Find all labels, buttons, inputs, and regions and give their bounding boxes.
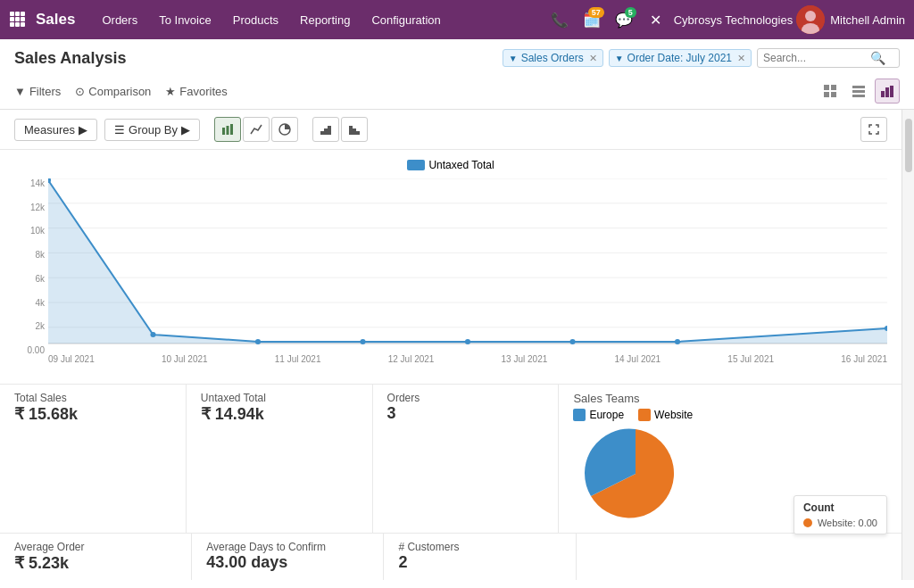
chart-with-labels: 14k 12k 10k 8k 6k 4k 2k 0.00 — [14, 178, 887, 375]
filter-bar: ▼ Sales Orders ✕ ▼ Order Date: July 2021… — [503, 49, 752, 67]
count-item-website: Website: 0.00 — [803, 518, 877, 528]
pivot-view-icon[interactable] — [818, 79, 843, 104]
scrollbar[interactable] — [902, 110, 914, 580]
svg-rect-7 — [15, 22, 20, 27]
filters-button[interactable]: ▼ Filters — [14, 85, 61, 98]
calendar-icon[interactable]: 🗓️ 57 — [577, 5, 606, 34]
grid-icon[interactable] — [9, 11, 25, 29]
nav-configuration[interactable]: Configuration — [362, 10, 449, 30]
content-area: Measures ▶ ☰ Group By ▶ — [0, 110, 902, 580]
svg-point-41 — [150, 332, 155, 337]
comparison-label: Comparison — [88, 85, 151, 98]
svg-rect-31 — [356, 131, 360, 135]
customers-value: 2 — [398, 553, 561, 572]
sort-buttons — [312, 117, 368, 142]
customers-label: # Customers — [398, 541, 561, 553]
svg-rect-16 — [852, 86, 865, 88]
nav-orders[interactable]: Orders — [93, 10, 146, 30]
close-icon[interactable]: ✕ — [642, 5, 670, 34]
comparison-button[interactable]: ⊙ Comparison — [75, 85, 151, 98]
stats-row-1: Total Sales ₹ 15.68k Untaxed Total ₹ 14.… — [0, 385, 902, 534]
svg-point-45 — [569, 339, 575, 344]
stat-avg-days: Average Days to Confirm 43.00 days — [192, 534, 384, 580]
y-label-2k: 2k — [14, 321, 45, 331]
sort-desc-button[interactable] — [341, 117, 368, 142]
remove-filter1-button[interactable]: ✕ — [589, 53, 597, 64]
bar-chart-button[interactable] — [214, 117, 241, 142]
svg-rect-20 — [885, 87, 889, 97]
x-axis-labels: 09 Jul 2021 10 Jul 2021 11 Jul 2021 12 J… — [48, 352, 887, 364]
user-area[interactable]: Mitchell Admin — [796, 5, 905, 34]
pie-chart-button[interactable] — [271, 117, 298, 142]
legend-label-untaxed: Untaxed Total — [428, 159, 494, 171]
y-label-0: 0.00 — [14, 345, 45, 355]
view-icons — [818, 79, 900, 104]
chart-type-buttons — [214, 117, 298, 142]
y-label-6k: 6k — [14, 274, 45, 284]
nav-to-invoice[interactable]: To Invoice — [150, 10, 220, 30]
legend-color-untaxed — [407, 160, 425, 170]
chart-svg-container: 09 Jul 2021 10 Jul 2021 11 Jul 2021 12 J… — [48, 178, 887, 375]
stat-orders: Orders 3 — [373, 385, 560, 533]
pie-legend: Europe Website — [573, 409, 887, 421]
group-by-button[interactable]: ☰ Group By ▶ — [104, 119, 200, 141]
nav-products[interactable]: Products — [224, 10, 287, 30]
avg-order-value: ₹ 5.23k — [14, 553, 177, 573]
x-label-10jul: 10 Jul 2021 — [162, 354, 208, 364]
calendar-badge: 57 — [588, 7, 604, 18]
orders-label: Orders — [387, 392, 544, 404]
sort-asc-button[interactable] — [312, 117, 339, 142]
search-icon[interactable]: 🔍 — [870, 51, 885, 65]
svg-rect-28 — [328, 126, 331, 135]
svg-rect-14 — [824, 92, 829, 97]
sales-teams-section: Sales Teams Europe Website — [559, 385, 902, 533]
website-color — [638, 409, 651, 421]
user-name: Mitchell Admin — [830, 13, 905, 27]
comparison-icon: ⊙ — [75, 85, 85, 98]
y-label-8k: 8k — [14, 250, 45, 260]
graph-view-icon[interactable] — [875, 79, 900, 104]
count-tooltip: Count Website: 0.00 — [794, 495, 887, 534]
avg-days-value: 43.00 days — [206, 553, 369, 572]
svg-rect-15 — [831, 92, 836, 97]
x-label-11jul: 11 Jul 2021 — [275, 354, 321, 364]
untaxed-total-value: ₹ 14.94k — [201, 404, 358, 424]
website-label: Website — [654, 409, 693, 421]
line-chart-button[interactable] — [243, 117, 270, 142]
toolbar: Measures ▶ ☰ Group By ▶ — [0, 110, 902, 150]
y-axis-labels: 14k 12k 10k 8k 6k 4k 2k 0.00 — [14, 178, 48, 375]
scrollbar-thumb[interactable] — [905, 119, 912, 172]
measures-chevron-icon: ▶ — [79, 123, 87, 137]
svg-rect-21 — [890, 86, 893, 97]
x-label-15jul: 15 Jul 2021 — [727, 354, 774, 364]
search-box[interactable]: 🔍 — [757, 48, 900, 68]
y-label-14k: 14k — [14, 178, 45, 188]
expand-button[interactable] — [860, 117, 887, 142]
svg-rect-1 — [15, 12, 20, 16]
stat-spacer — [577, 534, 902, 580]
remove-filter2-button[interactable]: ✕ — [737, 53, 745, 64]
x-label-12jul: 12 Jul 2021 — [388, 354, 435, 364]
svg-rect-27 — [324, 128, 328, 135]
favorites-button[interactable]: ★ Favorites — [165, 85, 227, 98]
favorites-icon: ★ — [165, 85, 176, 98]
stats-section: Total Sales ₹ 15.68k Untaxed Total ₹ 14.… — [0, 384, 902, 580]
svg-rect-29 — [349, 126, 353, 135]
stat-avg-order: Average Order ₹ 5.23k — [0, 534, 192, 580]
measures-button[interactable]: Measures ▶ — [14, 119, 97, 141]
list-view-icon[interactable] — [846, 79, 871, 104]
stats-row-2: Average Order ₹ 5.23k Average Days to Co… — [0, 534, 902, 580]
nav-reporting[interactable]: Reporting — [291, 10, 359, 30]
svg-rect-24 — [230, 124, 233, 135]
search-input[interactable] — [763, 52, 870, 64]
phone-icon[interactable]: 📞 — [545, 5, 574, 34]
chart-legend: Untaxed Total — [14, 159, 887, 171]
chat-icon[interactable]: 💬 5 — [610, 5, 638, 34]
chat-badge: 5 — [625, 7, 636, 18]
filter-tag-sales-orders[interactable]: ▼ Sales Orders ✕ — [503, 49, 603, 67]
top-navigation: Sales Orders To Invoice Products Reporti… — [0, 0, 914, 39]
filter-tag-order-date[interactable]: ▼ Order Date: July 2021 ✕ — [609, 49, 752, 67]
page-header: Sales Analysis ▼ Sales Orders ✕ ▼ Order … — [0, 39, 914, 110]
legend-website: Website — [638, 409, 693, 421]
filter-icon: ▼ — [509, 54, 518, 63]
